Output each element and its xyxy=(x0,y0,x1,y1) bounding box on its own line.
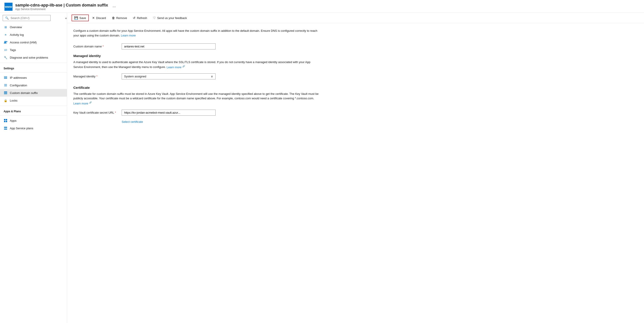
external-link-icon: 🔗 xyxy=(182,65,185,67)
activity-log-icon: ≡ xyxy=(4,33,8,37)
nav-ip-addresses[interactable]: IP addresses xyxy=(0,74,67,82)
svg-rect-14 xyxy=(6,121,7,122)
custom-domain-name-input[interactable] xyxy=(122,44,216,50)
managed-identity-dropdown[interactable]: System assigned ∨ xyxy=(122,73,216,80)
main-description: Configure a custom domain suffix for you… xyxy=(73,29,319,38)
svg-rect-8 xyxy=(4,92,7,92)
nav-tags[interactable]: 🏷 Tags xyxy=(0,46,67,54)
certificate-external-link-icon: 🔗 xyxy=(89,101,92,104)
search-input[interactable] xyxy=(10,16,48,20)
page-subtitle: App Service Environment xyxy=(15,8,108,11)
feedback-icon: ♡ xyxy=(153,16,156,20)
certificate-section: Certificate The certificate for custom d… xyxy=(73,86,638,124)
keyvault-url-label: Key Vault certificate secret URL * xyxy=(73,111,118,114)
managed-identity-title: Managed identity xyxy=(73,54,638,58)
svg-rect-5 xyxy=(4,84,7,84)
select-certificate-button[interactable]: Select certificate xyxy=(122,120,143,124)
svg-rect-16 xyxy=(4,128,7,130)
svg-rect-10 xyxy=(4,94,7,94)
save-button[interactable]: 💾 Save xyxy=(72,14,89,21)
discard-icon: ✕ xyxy=(92,16,95,20)
more-options-icon[interactable]: ··· xyxy=(112,4,116,9)
certificate-description: The certificate for custom domain suffix… xyxy=(73,92,319,106)
nav-locks[interactable]: 🔒 Locks xyxy=(0,97,67,104)
managed-identity-label: Managed identity * xyxy=(73,75,118,78)
nav-ip-addresses-label: IP addresses xyxy=(10,76,27,80)
page-header: www sample-cdns-app-ilb-ase | Custom dom… xyxy=(0,0,644,13)
keyvault-url-input[interactable] xyxy=(122,110,216,116)
nav-tags-label: Tags xyxy=(10,48,16,52)
svg-rect-9 xyxy=(4,92,7,93)
nav-configuration-label: Configuration xyxy=(10,84,27,87)
svg-rect-3 xyxy=(4,78,7,78)
refresh-button[interactable]: ↺ Refresh xyxy=(130,15,150,21)
required-asterisk-identity: * xyxy=(96,75,98,78)
search-icon: 🔍 xyxy=(5,16,9,20)
divider-apps xyxy=(0,106,67,106)
managed-identity-section: Managed identity A managed identity is u… xyxy=(73,54,638,80)
svg-rect-4 xyxy=(4,78,7,79)
managed-identity-learn-more-link[interactable]: Learn more 🔗 xyxy=(166,66,185,69)
custom-domain-name-label: Custom domain name * xyxy=(73,45,118,48)
certificate-title: Certificate xyxy=(73,86,638,90)
refresh-label: Refresh xyxy=(137,16,147,20)
remove-icon: 🗑 xyxy=(112,16,115,20)
nav-activity-log-label: Activity log xyxy=(10,33,24,36)
svg-rect-6 xyxy=(4,85,7,86)
svg-rect-12 xyxy=(6,119,7,120)
apps-icon xyxy=(4,118,8,122)
nav-locks-label: Locks xyxy=(10,99,18,102)
nav-app-service-plans-label: App Service plans xyxy=(10,126,33,130)
tags-icon: 🏷 xyxy=(4,48,8,52)
managed-identity-selected: System assigned xyxy=(124,75,146,78)
diagnose-icon: 🔧 xyxy=(4,56,8,60)
description-learn-more-link[interactable]: Learn more xyxy=(121,34,136,37)
main-layout: 🔍 « ⊞ Overview ≡ Activity log Access con… xyxy=(0,13,644,323)
nav-custom-domain-suffix[interactable]: Custom domain suffix xyxy=(0,89,67,97)
collapse-button[interactable]: « xyxy=(65,16,67,20)
nav-custom-domain-suffix-label: Custom domain suffix xyxy=(10,91,38,94)
nav-diagnose[interactable]: 🔧 Diagnose and solve problems xyxy=(0,54,67,61)
nav-app-service-plans[interactable]: App Service plans xyxy=(0,124,67,132)
nav-activity-log[interactable]: ≡ Activity log xyxy=(0,31,67,38)
settings-section-header: Settings xyxy=(0,64,67,71)
managed-identity-description: A managed identity is used to authentica… xyxy=(73,60,319,70)
ip-addresses-icon xyxy=(4,76,8,80)
svg-point-0 xyxy=(4,41,6,42)
toolbar: 💾 Save ✕ Discard 🗑 Remove ↺ Refresh ♡ Se… xyxy=(67,13,644,23)
search-box[interactable]: 🔍 xyxy=(3,15,50,21)
page-title: sample-cdns-app-ilb-ase | Custom domain … xyxy=(15,3,108,8)
svg-rect-7 xyxy=(4,86,7,86)
required-asterisk: * xyxy=(103,45,104,48)
nav-access-control[interactable]: Access control (IAM) xyxy=(0,38,67,46)
nav-apps[interactable]: Apps xyxy=(0,117,67,124)
save-icon: 💾 xyxy=(74,16,78,20)
content-area: 💾 Save ✕ Discard 🗑 Remove ↺ Refresh ♡ Se… xyxy=(67,13,644,323)
select-certificate-row: Select certificate xyxy=(122,120,638,124)
configuration-icon xyxy=(4,83,8,87)
chevron-down-icon: ∨ xyxy=(211,75,213,78)
nav-configuration[interactable]: Configuration xyxy=(0,82,67,89)
svg-rect-11 xyxy=(4,119,5,120)
apps-plans-section-header: Apps & Plans xyxy=(0,107,67,114)
custom-domain-name-row: Custom domain name * xyxy=(73,44,638,50)
header-title-block: sample-cdns-app-ilb-ase | Custom domain … xyxy=(15,3,108,11)
svg-rect-15 xyxy=(4,127,7,128)
save-label: Save xyxy=(80,16,86,20)
certificate-learn-more-link[interactable]: Learn more 🔗 xyxy=(73,102,92,105)
nav-access-control-label: Access control (IAM) xyxy=(10,41,37,44)
divider-settings2 xyxy=(0,72,67,72)
main-content: Configure a custom domain suffix for you… xyxy=(67,23,644,323)
feedback-label: Send us your feedback xyxy=(157,16,187,20)
feedback-button[interactable]: ♡ Send us your feedback xyxy=(150,15,190,21)
locks-icon: 🔒 xyxy=(4,98,8,102)
sidebar: 🔍 « ⊞ Overview ≡ Activity log Access con… xyxy=(0,13,67,323)
remove-button[interactable]: 🗑 Remove xyxy=(109,15,130,21)
nav-overview[interactable]: ⊞ Overview xyxy=(0,23,67,31)
nav-diagnose-label: Diagnose and solve problems xyxy=(10,56,48,59)
keyvault-url-row: Key Vault certificate secret URL * xyxy=(73,110,638,116)
app-service-plans-icon xyxy=(4,126,8,130)
refresh-icon: ↺ xyxy=(133,16,136,20)
managed-identity-field-row: Managed identity * System assigned ∨ xyxy=(73,73,638,80)
discard-button[interactable]: ✕ Discard xyxy=(90,15,108,21)
